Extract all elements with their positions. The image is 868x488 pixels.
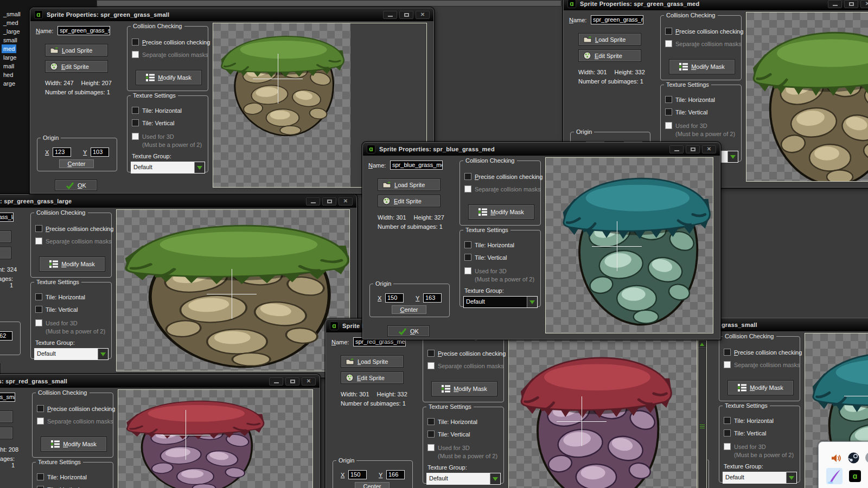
tile-vertical-checkbox[interactable]	[37, 486, 44, 488]
center-button[interactable]: Center	[392, 305, 426, 314]
separate-masks-checkbox[interactable]	[665, 40, 672, 47]
maximize-button[interactable]	[844, 0, 858, 8]
tree-item[interactable]: med	[2, 44, 16, 53]
minimize-button[interactable]	[306, 197, 320, 206]
tile-horizontal-checkbox[interactable]	[665, 96, 672, 103]
tree-item[interactable]: small	[2, 36, 19, 44]
origin-y-input[interactable]: 163	[423, 293, 442, 303]
maximize-button[interactable]	[399, 11, 413, 19]
window-titlebar[interactable]: ɑ Sprite Properties: spr_red_grass_small…	[0, 375, 320, 388]
used-for-3d-checkbox[interactable]	[132, 133, 139, 140]
ok-button[interactable]: OK	[387, 325, 430, 337]
separate-masks-checkbox[interactable]	[35, 237, 42, 245]
preview-scrollbar[interactable]	[698, 340, 707, 488]
origin-x-input[interactable]: 150	[348, 470, 367, 479]
combo-dropdown-button[interactable]	[527, 297, 537, 307]
used-for-3d-checkbox[interactable]	[427, 444, 435, 451]
maximize-button[interactable]	[285, 377, 299, 386]
minimize-button[interactable]	[269, 377, 283, 386]
combo-dropdown-button[interactable]	[786, 472, 796, 483]
stylus-pen-icon[interactable]	[826, 468, 843, 484]
separate-masks-checkbox[interactable]	[132, 51, 139, 58]
load-sprite-button[interactable]: Load Sprite	[341, 355, 404, 368]
maximize-button[interactable]	[686, 145, 700, 153]
load-sprite-button[interactable]: Load Sprite	[578, 33, 641, 46]
tree-item[interactable]: mall	[2, 62, 16, 70]
combo-dropdown-button[interactable]	[490, 473, 500, 484]
used-for-3d-checkbox[interactable]	[724, 443, 731, 450]
precise-collision-checkbox[interactable]	[665, 28, 672, 35]
edit-sprite-button[interactable]: Edit Sprite	[0, 247, 11, 259]
center-button[interactable]: Center	[355, 482, 390, 488]
precise-collision-checkbox[interactable]	[464, 173, 471, 180]
load-sprite-button[interactable]: Load Sprite	[45, 44, 108, 56]
used-for-3d-checkbox[interactable]	[665, 122, 672, 129]
tile-vertical-checkbox[interactable]	[464, 254, 471, 261]
modify-mask-button[interactable]: Modify Mask	[727, 380, 794, 395]
texture-group-select[interactable]: Default	[723, 472, 797, 484]
close-button[interactable]: ✕	[702, 145, 716, 153]
origin-x-input[interactable]: 150	[385, 293, 404, 303]
load-sprite-button[interactable]: Load Sprite	[0, 230, 11, 243]
sprite-name-input[interactable]: spr_green_grass_small	[58, 26, 110, 35]
modify-mask-button[interactable]: Modify Mask	[431, 381, 497, 396]
ok-button[interactable]: OK	[55, 179, 97, 191]
scroll-up-arrow[interactable]	[698, 341, 706, 348]
sprite-name-input[interactable]: spr_green_grass_large	[0, 213, 14, 222]
precise-collision-checkbox[interactable]	[724, 349, 731, 356]
modify-mask-button[interactable]: Modify Mask	[39, 256, 105, 272]
origin-y-input[interactable]: 166	[386, 470, 405, 479]
scroll-thumb[interactable]	[698, 349, 706, 488]
precise-collision-checkbox[interactable]	[427, 350, 435, 357]
sprite-preview[interactable]	[746, 12, 868, 182]
modify-mask-button[interactable]: Modify Mask	[136, 70, 202, 85]
tile-horizontal-checkbox[interactable]	[37, 473, 44, 480]
origin-y-input[interactable]: 162	[0, 331, 12, 341]
separate-masks-checkbox[interactable]	[464, 185, 471, 192]
used-for-3d-checkbox[interactable]	[35, 319, 42, 326]
used-for-3d-checkbox[interactable]	[464, 267, 471, 274]
edit-sprite-button[interactable]: Edit Sprite	[578, 49, 641, 62]
gamemaker-tray-icon[interactable]: ɑ	[849, 470, 861, 482]
combo-dropdown-button[interactable]	[98, 349, 108, 359]
tile-vertical-checkbox[interactable]	[665, 108, 672, 115]
steam-icon[interactable]	[848, 452, 859, 464]
window-titlebar[interactable]: ɑ Sprite Properties: spr_green_grass_lar…	[0, 195, 356, 208]
sprite-preview[interactable]	[116, 209, 350, 371]
texture-group-select[interactable]: Default	[131, 162, 205, 174]
texture-group-select[interactable]: Default	[34, 348, 108, 360]
window-titlebar[interactable]: ɑ Sprite Properties: spr_green_grass_sma…	[30, 8, 433, 21]
separate-masks-checkbox[interactable]	[37, 418, 44, 425]
close-button[interactable]: ✕	[860, 0, 868, 8]
separate-masks-checkbox[interactable]	[724, 361, 731, 368]
tree-item[interactable]: _large	[2, 27, 22, 36]
precise-collision-checkbox[interactable]	[35, 225, 42, 232]
texture-group-select[interactable]: Default	[426, 473, 501, 485]
edit-sprite-button[interactable]: Edit Sprite	[378, 195, 441, 207]
partial-tray-icon[interactable]	[865, 452, 868, 463]
close-button[interactable]: ✕	[416, 11, 430, 19]
sprite-preview[interactable]	[118, 389, 313, 488]
tile-horizontal-checkbox[interactable]	[132, 107, 139, 114]
window-titlebar[interactable]: ɑ Sprite Properties: spr_blue_grass_med …	[363, 143, 720, 156]
tile-vertical-checkbox[interactable]	[427, 431, 435, 438]
close-button[interactable]: ✕	[339, 197, 353, 206]
modify-mask-button[interactable]: Modify Mask	[468, 204, 534, 220]
center-button[interactable]: Center	[59, 159, 94, 168]
modify-mask-button[interactable]: Modify Mask	[669, 59, 735, 74]
minimize-button[interactable]	[383, 11, 397, 19]
tree-item[interactable]: large	[2, 53, 18, 62]
tile-vertical-checkbox[interactable]	[724, 429, 731, 436]
load-sprite-button[interactable]: Load Sprite	[0, 410, 13, 423]
tree-item[interactable]: hed	[2, 70, 15, 79]
tile-vertical-checkbox[interactable]	[132, 119, 139, 126]
combo-dropdown-button[interactable]	[727, 151, 738, 162]
load-sprite-button[interactable]: Load Sprite	[378, 178, 441, 191]
ok-button[interactable]: OK	[0, 363, 1, 375]
tile-horizontal-checkbox[interactable]	[724, 417, 731, 424]
close-button[interactable]: ✕	[302, 377, 316, 386]
precise-collision-checkbox[interactable]	[37, 405, 44, 412]
sprite-name-input[interactable]: spr_blue_grass_med	[390, 160, 443, 170]
window-titlebar[interactable]: ɑ Sprite Properties: spr_green_grass_med…	[564, 0, 868, 10]
sprite-name-input[interactable]: spr_red_grass_small	[0, 393, 15, 402]
